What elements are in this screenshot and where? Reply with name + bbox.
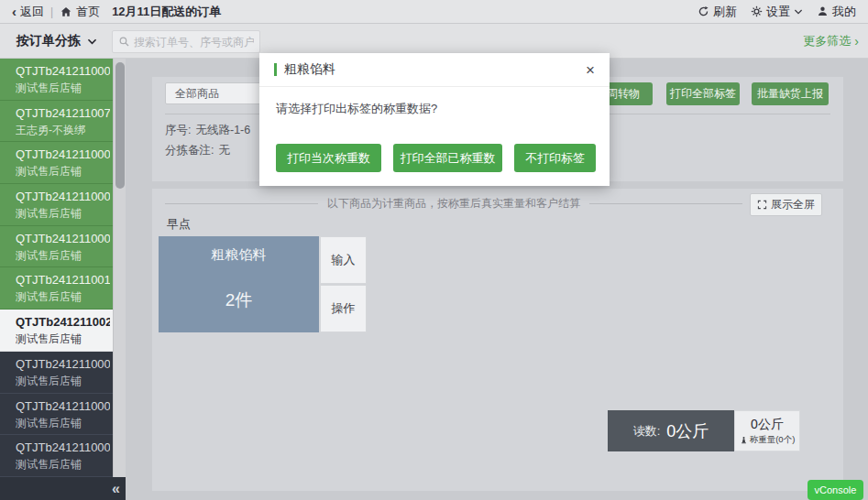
product-filter-value: 全部商品 bbox=[175, 86, 263, 102]
weigh-info-text: 以下商品为计重商品，按称重后真实重量和客户结算 bbox=[327, 196, 580, 212]
order-id: QTJTb241211000 bbox=[16, 190, 110, 203]
chevron-down-icon bbox=[87, 38, 97, 46]
dialog-question: 请选择打印出标签的称重数据? bbox=[276, 101, 437, 117]
order-id: QTJTb241211000 bbox=[16, 232, 110, 245]
weight-icon bbox=[740, 436, 748, 444]
order-list-item[interactable]: QTJTb241211000 测试售后店铺 bbox=[0, 435, 113, 477]
settings-menu[interactable]: 设置 bbox=[751, 4, 803, 20]
shop-name: 测试售后店铺 bbox=[16, 289, 110, 305]
print-all-weighed-button[interactable]: 打印全部已称重数 bbox=[393, 144, 502, 172]
fullscreen-button[interactable]: 展示全屏 bbox=[750, 193, 822, 216]
scrollbar-thumb[interactable] bbox=[115, 62, 125, 189]
reading-value: 0公斤 bbox=[666, 420, 709, 442]
sort-mode-label: 按订单分拣 bbox=[16, 33, 81, 49]
shop-name: 测试售后店铺 bbox=[16, 332, 110, 347]
refresh-button[interactable]: 刷新 bbox=[698, 4, 737, 20]
note-label: 分拣备注: bbox=[165, 143, 214, 158]
refresh-label: 刷新 bbox=[713, 4, 737, 20]
sidebar-collapse-button[interactable]: « bbox=[0, 477, 126, 500]
scale-reading-display: 读数: 0公斤 bbox=[608, 410, 734, 451]
back-chevron-icon: ‹ bbox=[12, 5, 16, 18]
vconsole-button[interactable]: vConsole bbox=[808, 480, 863, 500]
sequence-value: 无线路-1-6 bbox=[195, 123, 250, 138]
home-button[interactable]: 首页 bbox=[60, 4, 100, 20]
chevron-down-icon bbox=[794, 8, 803, 16]
sorting-note-row: 分拣备注: 无 bbox=[165, 143, 230, 158]
order-id: QTJTb241211000 bbox=[16, 399, 110, 413]
more-filters-label: 更多筛选 bbox=[803, 33, 851, 49]
order-search-box[interactable] bbox=[112, 30, 260, 53]
top-bar: ‹ 返回 | 首页 12月11日配送的订单 刷新 bbox=[0, 0, 868, 24]
weighed-total-display: 0公斤 称重量(0个) bbox=[734, 410, 800, 451]
order-id: QTJTb241211000 bbox=[16, 147, 110, 161]
settings-label: 设置 bbox=[766, 4, 790, 20]
close-icon[interactable]: × bbox=[586, 62, 595, 78]
shop-name: 测试售后店铺 bbox=[16, 164, 110, 179]
shop-name: 测试售后店铺 bbox=[16, 248, 110, 264]
order-list-item[interactable]: QTJTb241211000 测试售后店铺 bbox=[0, 184, 113, 226]
divider-line bbox=[589, 203, 742, 204]
home-icon bbox=[60, 5, 72, 18]
weigh-info-divider: 以下商品为计重商品，按称重后真实重量和客户结算 bbox=[165, 196, 742, 212]
print-all-labels-button[interactable]: 打印全部标签 bbox=[666, 82, 740, 105]
person-icon bbox=[817, 5, 829, 17]
order-id: QTJTb241211000 bbox=[16, 357, 110, 371]
order-list-item[interactable]: QTJTb241211000 测试售后店铺 bbox=[0, 59, 113, 101]
shop-name: 测试售后店铺 bbox=[16, 206, 110, 222]
action-button[interactable]: 操作 bbox=[320, 285, 367, 332]
order-list-item[interactable]: QTJTb241211000 测试售后店铺 bbox=[0, 142, 113, 184]
double-chevron-left-icon: « bbox=[112, 482, 120, 496]
order-id: QTJTb241211000 bbox=[16, 64, 110, 78]
back-label: 返回 bbox=[20, 4, 44, 20]
sequence-label: 序号: bbox=[165, 123, 191, 138]
accent-bar bbox=[274, 63, 277, 76]
order-list-item[interactable]: QTJTb241211007 王志勇-不换绑 bbox=[0, 101, 113, 143]
weighed-total-value: 0公斤 bbox=[751, 417, 784, 433]
shop-name: 测试售后店铺 bbox=[16, 374, 110, 389]
no-print-button[interactable]: 不打印标签 bbox=[514, 144, 596, 172]
sort-mode-selector[interactable]: 按订单分拣 bbox=[16, 24, 97, 59]
order-list-item[interactable]: QTJTb241211001 测试售后店铺 bbox=[0, 267, 113, 310]
print-current-weigh-button[interactable]: 打印当次称重数 bbox=[276, 144, 381, 172]
reading-label: 读数: bbox=[633, 423, 661, 440]
search-input[interactable] bbox=[134, 36, 254, 49]
mine-label: 我的 bbox=[832, 4, 856, 20]
order-list-sidebar: QTJTb241211000 测试售后店铺 QTJTb241211007 王志勇… bbox=[0, 59, 113, 477]
order-list-item[interactable]: QTJTb241211000 测试售后店铺 bbox=[0, 352, 113, 394]
dialog-buttons: 打印当次称重数 打印全部已称重数 不打印标签 bbox=[276, 144, 596, 172]
expand-icon bbox=[757, 200, 767, 210]
shop-name: 测试售后店铺 bbox=[16, 416, 110, 431]
refresh-icon bbox=[698, 5, 709, 17]
sidebar-scrollbar[interactable] bbox=[113, 59, 126, 477]
input-button[interactable]: 输入 bbox=[320, 236, 367, 284]
shop-name: 测试售后店铺 bbox=[16, 81, 110, 96]
category-label: 早点 bbox=[167, 216, 191, 233]
print-label-dialog: 粗粮馅料 × 请选择打印出标签的称重数据? 打印当次称重数 打印全部已称重数 不… bbox=[259, 53, 610, 186]
page-title: 12月11日配送的订单 bbox=[112, 4, 221, 20]
back-button[interactable]: ‹ 返回 bbox=[12, 4, 44, 20]
order-id: QTJTb241211001 bbox=[16, 273, 110, 287]
order-list-item-selected[interactable]: QTJTb241211002 测试售后店铺 bbox=[0, 310, 113, 352]
batch-stockout-report-button[interactable]: 批量缺货上报 bbox=[752, 82, 829, 105]
goods-card[interactable]: 粗粮馅料 2件 bbox=[159, 236, 319, 332]
goods-quantity: 2件 bbox=[159, 288, 319, 312]
more-filters-link[interactable]: 更多筛选 › bbox=[803, 24, 859, 59]
home-label: 首页 bbox=[76, 4, 100, 20]
sorting-app: ‹ 返回 | 首页 12月11日配送的订单 刷新 bbox=[0, 0, 868, 500]
weighed-total-label: 称重量(0个) bbox=[750, 434, 796, 446]
gear-icon bbox=[751, 5, 763, 17]
search-icon bbox=[118, 36, 130, 48]
chevron-right-icon: › bbox=[854, 35, 859, 48]
order-list-item[interactable]: QTJTb241211000 测试售后店铺 bbox=[0, 226, 113, 268]
sequence-row: 序号: 无线路-1-6 | bbox=[165, 123, 270, 138]
order-id: QTJTb241211000 bbox=[16, 440, 110, 454]
order-id: QTJTb241211002 bbox=[16, 315, 110, 329]
fullscreen-label: 展示全屏 bbox=[771, 197, 815, 212]
my-account-button[interactable]: 我的 bbox=[817, 4, 856, 20]
dialog-header: 粗粮馅料 × bbox=[259, 53, 610, 87]
weighed-goods-panel: 以下商品为计重商品，按称重后真实重量和客户结算 展示全屏 早点 粗粮馅料 2件 … bbox=[152, 189, 843, 491]
order-list-item[interactable]: QTJTb241211000 测试售后店铺 bbox=[0, 394, 113, 436]
shop-name: 王志勇-不换绑 bbox=[16, 123, 110, 138]
shop-name: 测试售后店铺 bbox=[16, 457, 110, 473]
goods-name: 粗粮馅料 bbox=[159, 246, 319, 264]
